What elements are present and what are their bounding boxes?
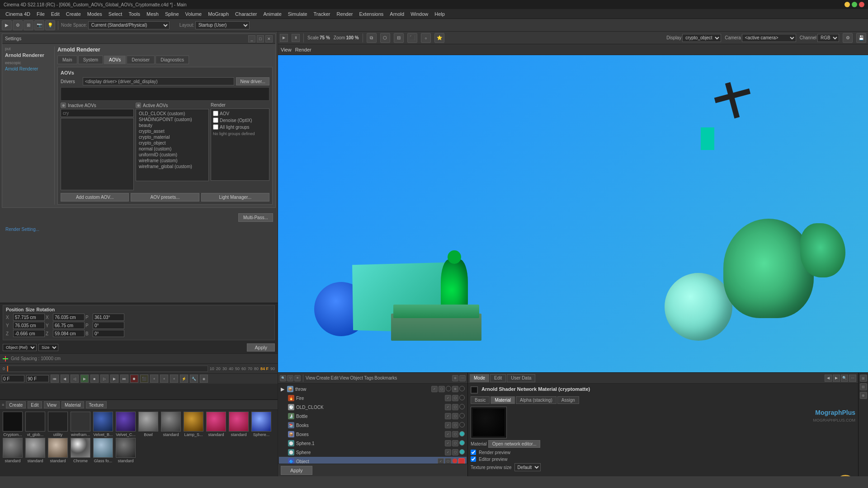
active-aovs-list[interactable]: OLD_CLOCK (custom) SHADINGPOINT (custom)… bbox=[136, 109, 209, 181]
mat-item-17[interactable]: standard bbox=[115, 438, 137, 463]
scene-item-oldclock[interactable]: 🕐 OLD_CLOCK ✓ ⬡ bbox=[279, 403, 467, 412]
mat-item-13[interactable]: standard bbox=[24, 438, 46, 463]
vp-icon3[interactable]: ⊟ bbox=[394, 33, 404, 43]
aov-checkbox[interactable] bbox=[213, 111, 218, 116]
b-ctrl1[interactable]: ✓ bbox=[445, 413, 451, 419]
scene-item-sphere1[interactable]: ⚪ Sphere.1 ✓ ⬡ bbox=[279, 439, 467, 448]
mat-item-6[interactable]: Bowl bbox=[137, 412, 159, 437]
b-ctrl2[interactable]: ⬡ bbox=[452, 413, 458, 419]
node-space-select[interactable]: Current (Standard/Physical) bbox=[88, 21, 170, 29]
aov-search-input[interactable] bbox=[61, 109, 134, 117]
tab-denoiser[interactable]: Denoiser bbox=[127, 56, 155, 64]
record-btn[interactable]: ⏺ bbox=[130, 375, 138, 383]
mat-item-12[interactable]: standard bbox=[2, 438, 24, 463]
aov-item-4[interactable]: crypto_material bbox=[137, 134, 207, 140]
add-key-btn3[interactable]: + bbox=[170, 375, 178, 383]
scene-view-btn[interactable]: View bbox=[306, 375, 316, 380]
mat-item-4[interactable]: Velvet_B... bbox=[92, 412, 114, 437]
search-props-icon[interactable]: 🔍 bbox=[841, 375, 848, 382]
scene-create-btn[interactable]: Create bbox=[316, 375, 330, 380]
stop-btn[interactable]: ■ bbox=[90, 375, 99, 383]
scene-search-icon[interactable]: 🔍 bbox=[280, 375, 286, 381]
rot-p-input[interactable] bbox=[93, 314, 124, 321]
sp-ctrl1[interactable]: ✓ bbox=[445, 449, 451, 455]
apply-btn[interactable]: Apply bbox=[281, 466, 312, 475]
oc-ctrl2[interactable]: ⬡ bbox=[452, 404, 458, 410]
light-icon[interactable]: 💡 bbox=[45, 20, 55, 30]
vp-save-icon[interactable]: 💾 bbox=[856, 33, 866, 43]
sp-ctrl2[interactable]: ⬡ bbox=[452, 449, 458, 455]
mat-item-2[interactable]: utility bbox=[47, 412, 69, 437]
pos-x-input[interactable] bbox=[13, 314, 45, 321]
settings-minimize[interactable]: _ bbox=[248, 35, 255, 42]
channel-select[interactable]: RGB bbox=[817, 34, 839, 42]
render-settings-icon[interactable]: ⚙ bbox=[13, 20, 23, 30]
viewport[interactable]: 00:00:08 Samples: [5/4/4/4/2] Res: 960x5… bbox=[278, 55, 868, 372]
attrs-icon3[interactable]: ⊕ bbox=[860, 392, 867, 399]
minimize-btn[interactable] bbox=[844, 2, 850, 7]
nav-back[interactable]: ◀ bbox=[825, 375, 832, 382]
size-y-input[interactable] bbox=[53, 322, 85, 329]
new-driver-btn[interactable]: New driver... bbox=[236, 77, 269, 85]
denoise-checkbox[interactable] bbox=[213, 117, 218, 123]
drivers-input[interactable] bbox=[83, 77, 234, 85]
scene-view2-btn[interactable]: View bbox=[340, 375, 349, 380]
rot-p2-input[interactable] bbox=[93, 322, 124, 329]
tab-render[interactable]: Render bbox=[295, 47, 311, 52]
mat-item-11[interactable]: Sphere... bbox=[250, 412, 272, 437]
menu-file[interactable]: File bbox=[34, 10, 47, 18]
size-z-input[interactable] bbox=[53, 330, 85, 337]
aov-item-2[interactable]: beauty bbox=[137, 122, 207, 128]
tab-view[interactable]: View bbox=[281, 47, 292, 52]
mat-item-5[interactable]: Velvet_C... bbox=[115, 412, 137, 437]
mat-item-1[interactable]: vt_glob... bbox=[24, 412, 46, 437]
scene-filter-icon[interactable]: ▽ bbox=[287, 375, 293, 381]
subtab-alpha[interactable]: Alpha (stacking) bbox=[516, 396, 557, 404]
size-mode-select[interactable]: Size bbox=[38, 344, 58, 351]
mat-item-7[interactable]: standard bbox=[160, 412, 182, 437]
settings-maximize[interactable]: □ bbox=[257, 35, 264, 42]
next-frame-btn[interactable]: ▶ bbox=[110, 375, 118, 383]
scene-item-fire[interactable]: 🔥 Fire ✓ ⬡ bbox=[279, 394, 467, 403]
layout-select[interactable]: Startup (User) bbox=[195, 21, 250, 29]
tab-main[interactable]: Main bbox=[57, 56, 77, 64]
tab-aovs[interactable]: AOVs bbox=[104, 56, 126, 64]
tool3[interactable]: ◈ bbox=[200, 375, 208, 383]
props-tab-edit[interactable]: Edit bbox=[490, 374, 506, 382]
menu-animate[interactable]: Animate bbox=[260, 10, 284, 18]
mat-item-14[interactable]: standard bbox=[47, 438, 69, 463]
mat-edit-btn[interactable]: Edit bbox=[28, 401, 42, 408]
menu-cinema4d[interactable]: Cinema 4D bbox=[3, 10, 33, 18]
refresh-icon[interactable]: ⊕ bbox=[136, 103, 141, 108]
aov-item-7[interactable]: uniformID (custom) bbox=[137, 152, 207, 158]
camera-select[interactable]: <active camera> bbox=[742, 34, 796, 42]
scene-item-object[interactable]: 🔷 Object ✓ ⬡ bbox=[279, 457, 467, 464]
aov-item-6[interactable]: normal (custom) bbox=[137, 146, 207, 152]
scene-item-bottle[interactable]: 🍶 Bottle ✓ ⬡ bbox=[279, 412, 467, 421]
texture-size-select[interactable]: Default bbox=[514, 463, 541, 471]
coord-mode-select[interactable]: Object (Rel) bbox=[3, 344, 37, 351]
mat-item-9[interactable]: standard bbox=[205, 412, 227, 437]
grid-icon[interactable]: ⊞ bbox=[24, 20, 33, 30]
render-preview-check[interactable] bbox=[471, 450, 476, 455]
record-stop-btn[interactable]: ⬛ bbox=[140, 375, 148, 383]
bk-ctrl1[interactable]: ✓ bbox=[445, 422, 451, 428]
attrs-icon2[interactable]: ⊟ bbox=[860, 383, 867, 390]
scene-item-sphere[interactable]: ⚪ Sphere ✓ ⬡ bbox=[279, 448, 467, 457]
props-tab-userdata[interactable]: User Data bbox=[507, 374, 535, 382]
menu-create[interactable]: Create bbox=[63, 10, 84, 18]
scene-tags-btn[interactable]: Tags bbox=[364, 375, 373, 380]
play-btn[interactable]: ▶ bbox=[80, 375, 89, 383]
skip-start-btn[interactable]: ⏮ bbox=[51, 375, 59, 383]
vp-settings-icon[interactable]: ⚙ bbox=[843, 33, 853, 43]
s1-ctrl2[interactable]: ⬡ bbox=[452, 440, 458, 446]
scene-object-btn[interactable]: Object bbox=[350, 375, 363, 380]
search-icon[interactable]: ⊕ bbox=[61, 103, 66, 108]
subtab-basic[interactable]: Basic bbox=[471, 396, 490, 404]
lightgroups-checkbox[interactable] bbox=[213, 124, 218, 130]
subtab-material[interactable]: Material bbox=[491, 396, 515, 404]
camera-icon[interactable]: 📷 bbox=[34, 20, 44, 30]
tool1[interactable]: ⚡ bbox=[180, 375, 188, 383]
ob-ctrl1[interactable]: ✓ bbox=[438, 458, 444, 464]
vp-icon4[interactable]: ⬛ bbox=[407, 33, 417, 43]
